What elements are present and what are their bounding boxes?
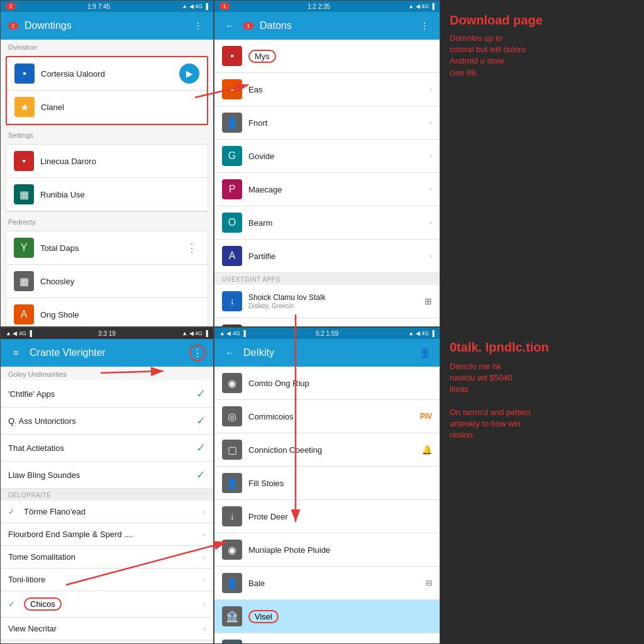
item-text-llaw: Llaw Bling Soundes bbox=[8, 470, 190, 480]
item-icon-heekhing: 📷 bbox=[222, 640, 242, 643]
app-title-settings: DeIkity bbox=[243, 347, 411, 358]
nav-item-flourbord[interactable]: Flourbord End Sample & Sperd .... › bbox=[1, 523, 213, 546]
chevron-icon-torme: › bbox=[203, 508, 206, 516]
item-icon-visel: 🏦 bbox=[222, 606, 242, 626]
check-icon-q-ass: ✓ bbox=[196, 414, 206, 428]
visel-circle: Visel bbox=[248, 610, 279, 623]
app-title-crante: Crante Vlerighter bbox=[30, 347, 183, 358]
item-text-fill: Fill Stoies bbox=[248, 479, 432, 488]
item-icon-linecua: ▪ bbox=[14, 151, 34, 171]
annotation-top: Download page Domnlos up to coloral but … bbox=[440, 0, 644, 327]
dropdown-icon-bale[interactable]: ⊟ bbox=[426, 579, 432, 587]
section-settings: Settings bbox=[1, 128, 213, 142]
item-icon-mys: ▪ bbox=[222, 46, 242, 66]
item-text-conniction: Conniction Coeeting bbox=[248, 445, 415, 455]
settings-item-fill[interactable]: 👤 Fill Stoies bbox=[214, 467, 440, 500]
annotation-bottom-body1: Diexclo me hk naviclu wit $5040 lileas bbox=[450, 361, 635, 396]
chicos-circle: Chicos bbox=[24, 597, 62, 611]
profile-icon-settings[interactable]: 👤 bbox=[417, 348, 432, 358]
back-icon-settings[interactable]: ← bbox=[222, 348, 237, 358]
pedrecty-box: Y Total Daps ⋮ ▦ Choosley A Ong Shole bbox=[6, 231, 208, 326]
chevron-icon-toni: › bbox=[203, 575, 206, 584]
item-icon-maecage: P bbox=[222, 179, 242, 199]
check-small-chicos: ✓ bbox=[8, 599, 15, 609]
datons-item-partilfie[interactable]: A Partilfie › bbox=[214, 240, 440, 273]
item-icon-cortersia: ▪ bbox=[14, 64, 35, 84]
pedrecty-item-ong[interactable]: A Ong Shole bbox=[6, 298, 208, 326]
datons-item-fnort[interactable]: 👤 Fnort › bbox=[214, 106, 440, 140]
item-icon-bale: 👤 bbox=[222, 573, 242, 593]
settings-item-muniaple[interactable]: ◉ Muniaple Phote Pluide bbox=[214, 533, 440, 567]
chevron-icon-eas: › bbox=[430, 85, 432, 94]
item-text-partilfie: Partilfie bbox=[248, 252, 423, 261]
datons-item-shoick[interactable]: ↓ Shoick Clamu lov Stalk Dislkby, Greeci… bbox=[214, 285, 440, 318]
item-text-torme: Törme Flano'ead bbox=[24, 507, 197, 516]
check-item-llaw[interactable]: Llaw Bling Soundes ✓ bbox=[1, 462, 213, 489]
settings-item-comto[interactable]: ◉ Comto Ong Riup bbox=[214, 367, 440, 400]
annotation-bottom: 0talk. Ipndlc.tion Diexclo me hk naviclu… bbox=[440, 327, 644, 644]
settings-item-conniction[interactable]: ▢ Conniction Coeeting 🔔 bbox=[214, 433, 440, 467]
item-text-muniaple: Muniaple Phote Pluide bbox=[248, 545, 432, 555]
highlighted-downloads-box: ▪ Cortersia Ualoord ▶ ★ Clanel bbox=[6, 56, 208, 125]
item-text-eas: Eas bbox=[248, 85, 423, 94]
nav-item-torme[interactable]: ✓ Törme Flano'ead › bbox=[1, 501, 213, 523]
badge-piv: PIV bbox=[420, 412, 432, 421]
downloads-content: Dvinstron ▪ Cortersia Ualoord ▶ ★ Clanel… bbox=[1, 40, 213, 326]
more-icon-circled[interactable]: ⋮ bbox=[189, 345, 206, 361]
play-button[interactable]: ▶ bbox=[179, 64, 199, 84]
back-icon-datons[interactable]: ← bbox=[222, 21, 237, 31]
item-text-clanel: Clanel bbox=[41, 103, 199, 112]
settings-item-prote[interactable]: ↓ Prote Deer bbox=[214, 500, 440, 533]
check-item-q-ass[interactable]: Q. Ass Untorictiors ✓ bbox=[1, 408, 213, 435]
nav-item-view[interactable]: View Necritar › bbox=[1, 618, 213, 640]
section-pedrecty: Pedrecty bbox=[1, 214, 213, 228]
datons-item-mys[interactable]: ▪ Mys bbox=[214, 40, 440, 73]
item-text-toni: Toni-litiore bbox=[8, 575, 197, 584]
item-icon-comto: ◉ bbox=[222, 373, 242, 393]
item-icon-ong: A bbox=[14, 304, 34, 325]
settings-item-visel[interactable]: 🏦 Visel bbox=[214, 600, 440, 633]
datons-item-maecage[interactable]: P Maecage › bbox=[214, 173, 440, 206]
screen-downloads: 2 1:9 7:45 ▲ ◀ 4G ▐ 2 Downtings ⋮ Dvinst… bbox=[0, 0, 214, 327]
check-item-that[interactable]: That Actietatios ✓ bbox=[1, 435, 213, 462]
check-item-chtlfie[interactable]: 'Chtlfie' Apps ✓ bbox=[1, 380, 213, 408]
item-text-cortersia: Cortersia Ualoord bbox=[41, 69, 173, 79]
section-goloy: Goloy Undimairties bbox=[1, 367, 213, 380]
item-text-choosley: Choosley bbox=[40, 277, 200, 286]
more-menu-icon-datons[interactable]: ⋮ bbox=[417, 21, 432, 31]
section-dvinstron: Dvinstron bbox=[1, 40, 213, 53]
settings-item-heekhing[interactable]: 📷 Heekhing bbox=[214, 633, 440, 643]
notification-badge-datons: 1 bbox=[243, 22, 253, 30]
settings-box: ▪ Linecua Daroro ▦ Runibia Use bbox=[6, 144, 208, 212]
item-icon-bearm: O bbox=[222, 213, 242, 233]
install-icon[interactable]: ⊞ bbox=[425, 296, 432, 306]
settings-item-linecua[interactable]: ▪ Linecua Daroro bbox=[6, 145, 208, 178]
nav-item-toni[interactable]: Toni-litiore › bbox=[1, 569, 213, 591]
settings-item-bale[interactable]: 👤 Bale ⊟ bbox=[214, 567, 440, 600]
download-item-clanel[interactable]: ★ Clanel bbox=[7, 91, 207, 124]
settings-item-runibia[interactable]: ▦ Runibia Use bbox=[6, 178, 208, 211]
pedrecty-item-total[interactable]: Y Total Daps ⋮ bbox=[6, 231, 208, 265]
settings-item-commicoios[interactable]: ◎ Commicoios PIV bbox=[214, 400, 440, 433]
app-bar-downloads: 2 Downtings ⋮ bbox=[1, 12, 213, 40]
pedrecty-item-choosley[interactable]: ▦ Choosley bbox=[6, 265, 208, 298]
chevron-icon-flourbord: › bbox=[203, 530, 206, 539]
screen-crante: ▲ ◀ 4G ▐ 3:3 19 ▲ ◀ 4G ▐ ≡ Crante Vlerig… bbox=[0, 327, 214, 644]
more-menu-icon[interactable]: ⋮ bbox=[191, 21, 206, 31]
datons-item-eas[interactable]: ▪ Eas › bbox=[214, 73, 440, 106]
nav-item-tome[interactable]: Tome Somalitation › bbox=[1, 546, 213, 569]
item-text-chicos: Chicos bbox=[24, 597, 197, 611]
check-icon-llaw: ✓ bbox=[196, 468, 206, 482]
item-icon-shoick: ↓ bbox=[222, 291, 242, 311]
item-text-tome: Tome Somalitation bbox=[8, 552, 197, 562]
annotation-bottom-body2: On tarrm'd and pettect artieskly to bow … bbox=[450, 407, 635, 441]
hamburger-menu-icon[interactable]: ≡ bbox=[8, 348, 23, 358]
nav-item-chicos[interactable]: ✓ Chicos › bbox=[1, 591, 213, 618]
datons-item-graw[interactable]: ▪ Graw Revanbee My.coom › bbox=[214, 318, 440, 326]
three-dots-icon[interactable]: ⋮ bbox=[184, 241, 200, 255]
item-icon-fnort: 👤 bbox=[222, 113, 242, 133]
download-item-cortersia[interactable]: ▪ Cortersia Ualoord ▶ bbox=[7, 57, 207, 91]
datons-item-bearm[interactable]: O Bearm › bbox=[214, 206, 440, 240]
item-icon-prote: ↓ bbox=[222, 506, 242, 526]
datons-item-govide[interactable]: G Govide › bbox=[214, 140, 440, 173]
